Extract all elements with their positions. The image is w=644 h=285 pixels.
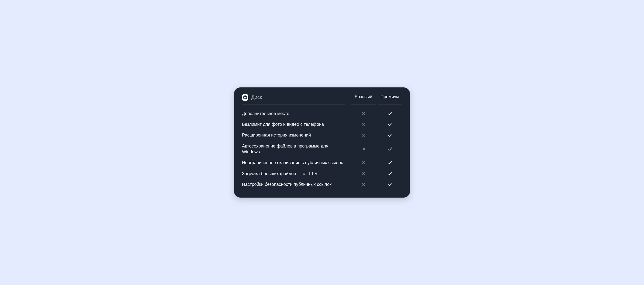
cross-icon [362,133,366,137]
table-row: Расширенная история изменений [242,130,402,140]
check-icon [388,182,392,187]
feature-label: Расширенная история изменений [242,132,346,138]
comparison-card: Диск Базовый Премиум Дополнительное мест… [234,87,410,198]
column-header-basic: Базовый [351,94,376,105]
disk-icon [242,94,248,101]
check-icon [388,160,392,165]
check-icon [388,133,392,138]
check-icon [388,147,392,151]
cross-icon [362,172,366,176]
cell-premium [378,147,402,151]
cell-basic [351,161,376,165]
card-title: Диск [251,95,262,100]
feature-label: Безлимит для фото и видео с телефона [242,121,346,127]
cell-premium [378,133,402,138]
cell-premium [378,182,402,187]
cell-premium [378,122,402,127]
check-icon [388,171,392,176]
cell-premium [378,160,402,165]
cell-basic [352,147,376,151]
column-header-premium: Премиум [378,94,402,105]
table-row: Загрузка больших файлов — от 1 ГБ [242,168,402,179]
cell-premium [378,171,402,176]
cell-premium [378,111,402,116]
cross-icon [362,147,366,151]
cell-basic [351,182,376,186]
check-icon [388,111,392,116]
feature-label: Настройки безопасности публичных ссылок [242,181,346,187]
table-body: Дополнительное местоБезлимит для фото и … [242,105,402,190]
cross-icon [362,161,366,165]
table-row: Неограниченное скачивание с публичных сс… [242,157,402,168]
cross-icon [362,112,366,116]
table-row: Настройки безопасности публичных ссылок [242,179,402,190]
table-row: Дополнительное место [242,108,402,119]
cross-icon [362,182,366,186]
cell-basic [351,172,376,176]
feature-label: Дополнительное место [242,111,346,117]
feature-label: Автосохранение файлов в программе для Wi… [242,143,346,155]
table-row: Безлимит для фото и видео с телефона [242,119,402,130]
cell-basic [351,112,376,116]
table-header: Диск Базовый Премиум [242,94,402,105]
cell-basic [351,133,376,137]
cell-basic [351,122,376,126]
check-icon [388,122,392,127]
feature-label: Неограниченное скачивание с публичных сс… [242,160,346,166]
cross-icon [362,122,366,126]
table-row: Автосохранение файлов в программе для Wi… [242,141,402,158]
feature-label: Загрузка больших файлов — от 1 ГБ [242,171,346,177]
title-cell: Диск [242,94,346,105]
